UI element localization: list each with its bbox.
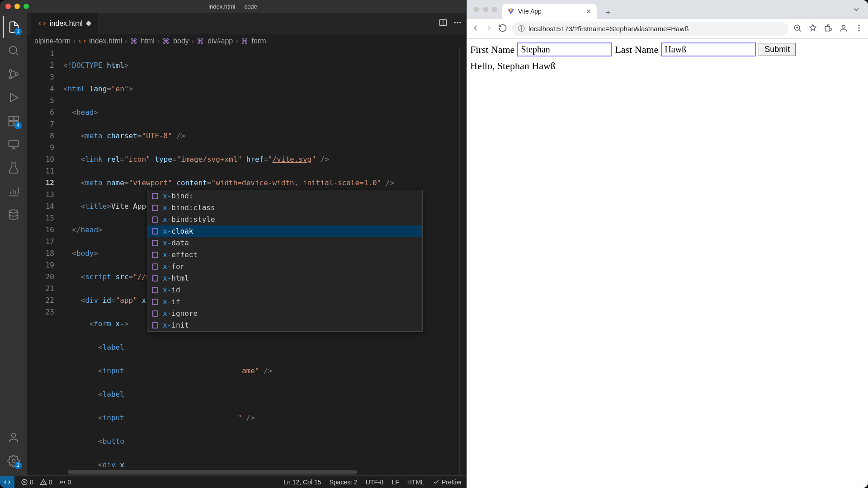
suggest-item-label: x-bind: [163,190,193,202]
breadcrumb-item[interactable]: body [173,37,189,45]
maximize-window-button[interactable] [24,4,29,9]
suggest-item[interactable]: x-data [147,237,422,249]
editor-tab-index-html[interactable]: index.html [31,13,98,34]
tab-list-chevron-icon[interactable] [852,5,863,14]
code-content[interactable]: <!DOCTYPE html> <html lang="en"> <head> … [63,48,466,475]
breadcrumb-item[interactable]: alpine-form [34,37,71,45]
ports-indicator[interactable]: 0 [59,479,71,486]
close-window-button[interactable] [474,7,479,12]
submit-button[interactable]: Submit [759,43,796,56]
suggest-item[interactable]: x-ignore [147,308,422,319]
warnings-indicator[interactable]: 0 [40,479,52,486]
browser-toolbar: ⓘ localhost:5173/?firstname=Stephan&last… [467,19,868,39]
search-icon[interactable] [3,40,24,61]
remote-explorer-icon[interactable] [3,134,24,155]
svg-rect-26 [152,311,158,316]
reload-icon[interactable] [498,23,507,34]
language-mode[interactable]: HTML [407,479,425,486]
suggest-item[interactable]: x-cloak [147,225,422,237]
graph-icon[interactable] [3,181,24,202]
property-icon [151,227,159,235]
cursor-position[interactable]: Ln 12, Col 15 [283,479,321,486]
horizontal-scrollbar[interactable] [68,470,357,474]
suggest-item[interactable]: x-effect [147,249,422,261]
property-icon [151,216,159,224]
extensions-icon[interactable]: 4 [3,110,24,132]
breadcrumb-item[interactable]: div#app [208,37,233,45]
browser-traffic-lights [471,7,497,12]
nav-back-icon[interactable] [471,23,480,34]
suggest-item[interactable]: x-html [147,272,422,284]
source-control-icon[interactable] [3,63,24,85]
remote-indicator[interactable] [0,476,14,488]
explorer-icon[interactable]: 1 [3,16,24,38]
breadcrumb-item[interactable]: html [141,37,155,45]
suggest-item[interactable]: x-bind: [147,190,422,202]
svg-rect-22 [152,264,158,269]
profile-avatar-icon[interactable] [839,23,848,34]
html-file-icon [38,19,46,28]
vite-favicon-icon [507,8,514,15]
prettier-status[interactable]: Prettier [433,479,462,486]
url-text: localhost:5173/?firstname=Stephan&lastna… [528,25,689,33]
property-icon [151,274,159,282]
new-tab-button[interactable]: ＋ [601,5,615,19]
bookmark-star-icon[interactable] [808,23,817,34]
database-icon[interactable] [3,204,24,226]
suggest-item-label: x-bind:class [163,202,215,214]
breadcrumb[interactable]: alpine-form › index.html › ⌘ html › ⌘ bo… [27,34,466,48]
more-actions-icon[interactable] [453,18,462,29]
run-debug-icon[interactable] [3,87,24,108]
close-tab-icon[interactable]: ✕ [586,8,591,15]
indentation-status[interactable]: Spaces: 2 [329,479,357,486]
suggest-item[interactable]: x-init [147,319,422,331]
code-editor[interactable]: 123 456 789 1011 12 131415 161718 192021… [27,48,466,475]
nav-forward-icon[interactable] [485,23,494,34]
extensions-puzzle-icon[interactable] [824,23,833,34]
suggest-item[interactable]: x-bind:class [147,202,422,214]
svg-point-0 [9,47,17,54]
browser-tab-title: Vite App [518,8,542,15]
svg-rect-20 [152,240,158,246]
element-icon: ⌘ [197,37,205,46]
overview-ruler[interactable] [459,48,466,475]
explorer-badge: 1 [14,28,22,35]
minimize-window-button[interactable] [14,4,20,9]
chevron-right-icon: › [73,37,75,45]
browser-menu-icon[interactable] [854,23,863,34]
settings-badge: 1 [14,462,22,469]
suggest-item-label: x-if [163,296,180,308]
svg-point-3 [15,73,18,75]
suggest-item[interactable]: x-if [147,296,422,308]
settings-gear-icon[interactable]: 1 [3,450,24,472]
errors-indicator[interactable]: 0 [21,479,33,486]
suggest-item[interactable]: x-id [147,284,422,296]
demo-form: First Name Last Name Submit [470,42,864,56]
minimize-window-button[interactable] [483,7,488,12]
svg-rect-5 [14,117,18,121]
account-icon[interactable] [3,427,24,448]
last-name-input[interactable] [661,42,756,56]
browser-tab[interactable]: Vite App ✕ [502,4,597,19]
svg-point-32 [842,25,845,28]
split-editor-icon[interactable] [439,18,448,29]
zoom-icon[interactable] [793,23,802,34]
test-icon[interactable] [3,157,24,179]
greeting-text: Hello, Stephan Hawß [470,60,864,72]
maximize-window-button[interactable] [492,7,497,12]
property-icon [151,286,159,294]
element-icon: ⌘ [162,37,170,46]
encoding-status[interactable]: UTF-8 [366,479,384,486]
site-info-icon[interactable]: ⓘ [518,24,525,33]
first-name-input[interactable] [517,42,612,56]
svg-rect-27 [152,323,158,328]
close-window-button[interactable] [5,4,11,9]
breadcrumb-item[interactable]: index.html [89,37,122,45]
suggest-item[interactable]: x-for [147,261,422,272]
suggest-item[interactable]: x-bind:style [147,214,422,225]
url-address-bar[interactable]: ⓘ localhost:5173/?firstname=Stephan&last… [512,22,788,36]
intellisense-suggest-widget[interactable]: x-bind:x-bind:classx-bind:stylex-cloakx-… [147,190,423,332]
activity-bar: 1 4 [0,13,27,475]
eol-status[interactable]: LF [392,479,399,486]
breadcrumb-item[interactable]: form [252,37,266,45]
